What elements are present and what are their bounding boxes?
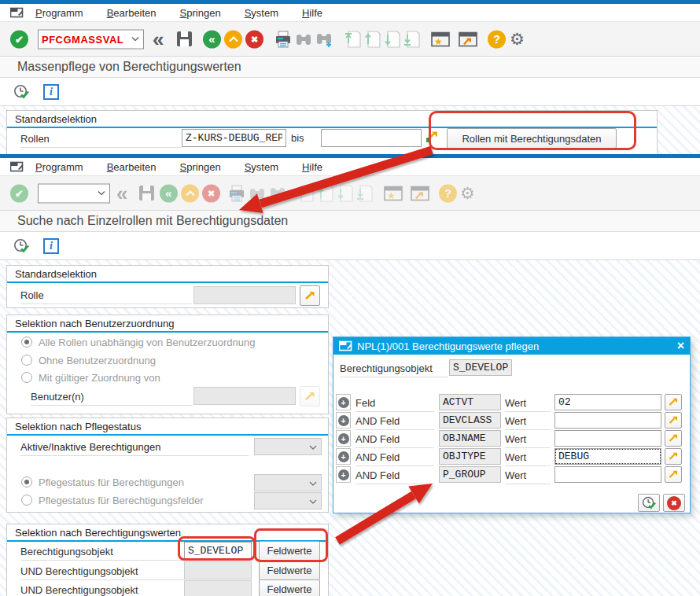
radio-mit-gueltiger-zuordnung[interactable]	[21, 372, 32, 383]
wert-input-devclass[interactable]	[554, 412, 661, 429]
und-berechtigungsobjekt-input-2[interactable]	[184, 580, 252, 596]
customize-layout-button[interactable]: ⚙	[510, 30, 525, 49]
back-circle-button[interactable]: «	[160, 184, 178, 202]
command-field-input[interactable]	[39, 184, 98, 202]
pflegestatus-felder-dropdown[interactable]	[254, 492, 322, 510]
menu-programm[interactable]: Programm	[35, 7, 83, 19]
command-field[interactable]	[38, 29, 144, 49]
back-button[interactable]: «	[116, 186, 127, 201]
last-page-button[interactable]	[403, 31, 420, 48]
radio-ohne-benutzerzuordnung[interactable]	[21, 355, 32, 366]
section-title: Standardselektion	[7, 111, 657, 128]
menu-bearbeiten[interactable]: Bearbeiten	[107, 161, 157, 173]
back-button[interactable]: «	[153, 31, 164, 47]
und-berechtigungsobjekt-input-1[interactable]	[184, 561, 252, 579]
radio-pflegestatus-felder[interactable]	[21, 495, 32, 506]
execute-button[interactable]	[13, 237, 30, 254]
help-button[interactable]: ?	[439, 184, 457, 202]
add-row-button[interactable]: +	[336, 430, 351, 447]
back-circle-button[interactable]: «	[203, 30, 221, 48]
cancel-button[interactable]: ✖	[202, 184, 220, 202]
next-page-button[interactable]	[383, 31, 400, 48]
and-feld-label: AND Feld	[356, 451, 434, 466]
multiple-selection-button[interactable]	[665, 448, 682, 465]
exit-button[interactable]	[181, 184, 199, 202]
berechtigungsobjekt-label: Berechtigungsobjekt	[20, 546, 184, 561]
new-session-button[interactable]: ★	[431, 31, 451, 47]
wert-input-actvt[interactable]	[554, 394, 661, 410]
new-session-button[interactable]: ★	[384, 185, 403, 201]
execute-button[interactable]	[13, 83, 30, 100]
menu-programm[interactable]: Programm	[35, 161, 83, 173]
dialog-execute-button[interactable]	[638, 494, 660, 512]
aktive-inaktive-dropdown[interactable]	[254, 438, 322, 455]
create-shortcut-button[interactable]	[411, 185, 430, 201]
berechtigungsobjekt-input[interactable]	[184, 542, 252, 560]
menu-bearbeiten[interactable]: Bearbeiten	[107, 7, 157, 19]
find-button[interactable]	[249, 185, 266, 202]
last-page-button[interactable]	[356, 185, 373, 202]
section-title: Selektion nach Pflegestatus	[7, 418, 328, 436]
menu-system[interactable]: System	[245, 7, 278, 19]
command-field[interactable]	[38, 183, 110, 203]
first-page-button[interactable]	[344, 31, 361, 48]
find-next-button[interactable]	[269, 184, 288, 203]
wert-input-objtype[interactable]	[554, 448, 661, 465]
info-button[interactable]: i	[43, 84, 59, 100]
radio-pflegestatus-berechtigungen[interactable]	[21, 476, 32, 487]
radio-alle-rollen[interactable]	[21, 337, 32, 348]
next-page-button[interactable]	[336, 185, 353, 202]
find-next-button[interactable]	[315, 30, 334, 49]
field-name-objname: OBJNAME	[439, 430, 501, 447]
save-button[interactable]	[138, 185, 156, 202]
rollen-from-input[interactable]	[182, 129, 286, 147]
menu-springen[interactable]: Springen	[180, 7, 221, 19]
add-row-button[interactable]: +	[336, 448, 351, 465]
menu-springen[interactable]: Springen	[180, 161, 221, 173]
customize-layout-button[interactable]: ⚙	[460, 184, 475, 203]
dialog-close-icon[interactable]: ×	[677, 340, 684, 351]
menu-hilfe[interactable]: Hilfe	[302, 161, 322, 173]
menu-hilfe[interactable]: Hilfe	[302, 7, 322, 19]
wert-input-pgroup[interactable]	[554, 466, 661, 483]
add-row-button[interactable]: +	[336, 394, 351, 410]
feldwerte-button-2[interactable]: Feldwerte	[259, 561, 320, 580]
cancel-icon: ✖	[667, 496, 681, 510]
exit-button[interactable]	[224, 30, 242, 48]
enter-button[interactable]: ✔	[10, 184, 28, 202]
save-button[interactable]	[176, 31, 193, 48]
rolle-input[interactable]	[193, 286, 296, 304]
multiple-selection-button[interactable]	[300, 285, 320, 306]
first-page-button[interactable]	[297, 185, 314, 202]
dialog-titlebar[interactable]: NPL(1)/001 Berechtigungswerte pflegen ×	[333, 337, 690, 355]
wert-input-objname[interactable]	[554, 430, 661, 447]
help-button[interactable]: ?	[488, 30, 506, 48]
multiple-selection-icon[interactable]	[425, 130, 440, 146]
find-button[interactable]	[295, 31, 312, 48]
command-field-input[interactable]	[39, 30, 131, 48]
benutzer-input[interactable]	[193, 387, 296, 405]
previous-page-button[interactable]	[316, 185, 333, 202]
pflegestatus-berechtigungen-dropdown[interactable]	[254, 474, 322, 491]
create-shortcut-button[interactable]	[459, 31, 478, 47]
rollen-to-input[interactable]	[321, 129, 422, 147]
multiple-selection-button[interactable]	[665, 412, 682, 429]
multiple-selection-button[interactable]	[665, 466, 682, 483]
menu-system[interactable]: System	[245, 161, 278, 173]
previous-page-button[interactable]	[363, 31, 381, 48]
section-title: Selektion nach Berechtigungswerten	[7, 524, 328, 542]
enter-button[interactable]: ✔	[10, 30, 28, 48]
dialog-cancel-button[interactable]: ✖	[663, 494, 685, 512]
standard-toolbar: ✔ « « ✖ ★ ? ⚙	[0, 176, 700, 211]
feldwerte-button-1[interactable]: Feldwerte	[259, 541, 320, 561]
print-button[interactable]	[274, 31, 292, 48]
info-button[interactable]: i	[43, 238, 59, 254]
multiple-selection-button[interactable]	[665, 394, 682, 410]
rollen-mit-berechtigungsdaten-button[interactable]: Rollen mit Berechtigungsdaten	[447, 128, 617, 149]
add-row-button[interactable]: +	[336, 412, 351, 429]
multiple-selection-button[interactable]	[665, 430, 682, 447]
add-row-button[interactable]: +	[336, 466, 351, 483]
print-button[interactable]	[228, 185, 245, 202]
cancel-button[interactable]: ✖	[245, 30, 263, 48]
feldwerte-button-3[interactable]: Feldwerte	[259, 579, 320, 596]
